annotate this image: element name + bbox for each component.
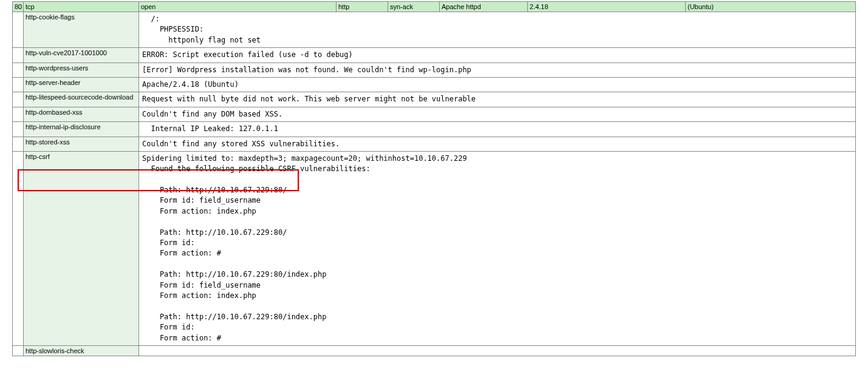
script-output-cell: Spidering limited to: maxdepth=3; maxpag… [139, 151, 856, 345]
script-output-cell [139, 345, 856, 356]
script-output-cell: Couldn't find any DOM based XSS. [139, 107, 856, 121]
header-product: Apache httpd [440, 2, 528, 12]
script-id-cell: http-dombased-xss [24, 107, 139, 121]
indent-cell [13, 151, 24, 345]
indent-cell [13, 345, 24, 356]
script-id-cell: http-vuln-cve2017-1001000 [24, 48, 139, 63]
header-reason: syn-ack [388, 2, 440, 12]
script-output-cell: Request with null byte did not work. Thi… [139, 92, 856, 107]
header-version: 2.4.18 [528, 2, 686, 12]
script-row: http-wordpress-users[Error] Wordpress in… [13, 63, 856, 77]
indent-cell [13, 63, 24, 77]
header-state: open [139, 2, 337, 12]
script-row: http-cookie-flags /: PHPSESSID: httponly… [13, 12, 856, 48]
indent-cell [13, 122, 24, 137]
script-id-cell: http-cookie-flags [24, 12, 139, 48]
header-port: 80 [13, 2, 24, 12]
script-output-cell: [Error] Wordpress installation was not f… [139, 63, 856, 77]
script-row: http-csrfSpidering limited to: maxdepth=… [13, 151, 856, 345]
script-id-cell: http-csrf [24, 151, 139, 345]
script-output-cell: Internal IP Leaked: 127.0.1.1 [139, 122, 856, 137]
script-id-cell: http-slowloris-check [24, 345, 139, 356]
indent-cell [13, 92, 24, 107]
script-id-cell: http-internal-ip-disclosure [24, 122, 139, 137]
script-id-cell: http-server-header [24, 77, 139, 92]
indent-cell [13, 137, 24, 151]
header-protocol: tcp [24, 2, 139, 12]
script-row: http-litespeed-sourcecode-downloadReques… [13, 92, 856, 107]
script-row: http-internal-ip-disclosure Internal IP … [13, 122, 856, 137]
script-id-cell: http-litespeed-sourcecode-download [24, 92, 139, 107]
header-service: http [337, 2, 388, 12]
script-output-cell: /: PHPSESSID: httponly flag not set [139, 12, 856, 48]
script-row: http-server-headerApache/2.4.18 (Ubuntu) [13, 77, 856, 92]
script-id-cell: http-stored-xss [24, 137, 139, 151]
script-row: http-stored-xssCouldn't find any stored … [13, 137, 856, 151]
indent-cell [13, 12, 24, 48]
indent-cell [13, 107, 24, 121]
script-row: http-dombased-xssCouldn't find any DOM b… [13, 107, 856, 121]
port-header-row: 80 tcp open http syn-ack Apache httpd 2.… [13, 2, 856, 12]
script-id-cell: http-wordpress-users [24, 63, 139, 77]
port-script-table: 80 tcp open http syn-ack Apache httpd 2.… [12, 1, 856, 356]
indent-cell [13, 48, 24, 63]
script-output-cell: ERROR: Script execution failed (use -d t… [139, 48, 856, 63]
script-output-cell: Apache/2.4.18 (Ubuntu) [139, 77, 856, 92]
indent-cell [13, 77, 24, 92]
script-row: http-vuln-cve2017-1001000ERROR: Script e… [13, 48, 856, 63]
script-row: http-slowloris-check [13, 345, 856, 356]
script-output-cell: Couldn't find any stored XSS vulnerabili… [139, 137, 856, 151]
header-extrainfo: (Ubuntu) [686, 2, 856, 12]
